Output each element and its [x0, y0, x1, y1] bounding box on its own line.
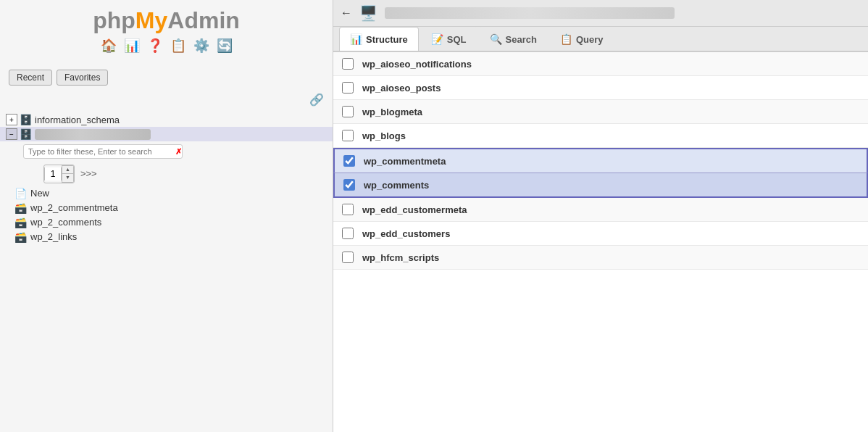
- logo-area: phpMyAdmin 🏠 📊 ❓ 📋 ⚙️ 🔄: [0, 0, 333, 67]
- sub-item-wp2-links[interactable]: 🗃️ wp_2_links: [0, 230, 333, 244]
- page-stepper-group: 1 ▲ ▼: [43, 165, 75, 183]
- stepper-down-button[interactable]: ▼: [62, 173, 74, 182]
- logo-admin: Admin: [167, 7, 240, 33]
- sql-tab-icon: 📝: [431, 33, 443, 45]
- filter-box-wrapper: ✗: [0, 141, 333, 162]
- tab-structure[interactable]: 📊 Structure: [339, 27, 419, 51]
- link-icon-row: 🔗: [0, 91, 333, 109]
- table-name-wp_commentmeta: wp_commentmeta: [364, 156, 446, 167]
- logo: phpMyAdmin: [12, 9, 321, 32]
- link-icon[interactable]: 🔗: [309, 93, 324, 107]
- table-icon-commentmeta: 🗃️: [14, 202, 27, 214]
- row-checkbox-wp_commentmeta[interactable]: [343, 155, 355, 167]
- tabs-row: 📊 Structure 📝 SQL 🔍 Search 📋 Query: [333, 27, 868, 52]
- table-icon-links: 🗃️: [14, 231, 27, 243]
- refresh-icon[interactable]: 🔄: [215, 36, 234, 55]
- db-tree: + 🗄️ information_schema − 🗄️ ███████████…: [0, 109, 333, 432]
- table-name-wp_aioseo_notifications: wp_aioseo_notifications: [362, 59, 472, 70]
- db-name-blurred: [385, 7, 675, 19]
- row-checkbox-wp_aioseo_notifications[interactable]: [342, 58, 354, 70]
- toggle-information-schema[interactable]: +: [6, 114, 17, 125]
- db-label-active: ████████████████: [35, 129, 151, 140]
- stepper-arrows: ▲ ▼: [62, 165, 74, 183]
- filter-input[interactable]: [23, 144, 183, 159]
- tree-item-active-db[interactable]: − 🗄️ ████████████████: [0, 127, 333, 141]
- row-checkbox-wp_edd_customers[interactable]: [342, 228, 354, 239]
- recent-button[interactable]: Recent: [9, 70, 52, 86]
- sub-item-wp2-comments[interactable]: 🗃️ wp_2_comments: [0, 215, 333, 230]
- sub-item-wp2-links-label: wp_2_links: [30, 231, 77, 242]
- page-number: 1: [44, 167, 62, 180]
- db-label-information-schema: information_schema: [35, 115, 120, 125]
- recent-favorites: Recent Favorites: [0, 67, 333, 91]
- sidebar: phpMyAdmin 🏠 📊 ❓ 📋 ⚙️ 🔄 Recent Favorites…: [0, 0, 333, 432]
- table-row[interactable]: wp_comments: [333, 173, 868, 198]
- row-checkbox-wp_hfcm_scripts[interactable]: [342, 252, 354, 263]
- tab-query-label: Query: [576, 34, 604, 45]
- tab-query[interactable]: 📋 Query: [549, 27, 614, 51]
- toggle-active-db[interactable]: −: [6, 128, 17, 140]
- table-row[interactable]: wp_edd_customermeta: [333, 198, 868, 222]
- sub-item-wp2-comments-label: wp_2_comments: [30, 217, 101, 228]
- table-row[interactable]: wp_aioseo_posts: [333, 76, 868, 100]
- db-icon-active: 🗄️: [20, 128, 32, 140]
- row-checkbox-wp_blogs[interactable]: [342, 130, 354, 141]
- query-tab-icon: 📋: [560, 33, 572, 45]
- tab-search[interactable]: 🔍 Search: [479, 27, 548, 51]
- table-row[interactable]: wp_blogs: [333, 124, 868, 148]
- table-row[interactable]: wp_blogmeta: [333, 100, 868, 124]
- top-bar: ← 🖥️: [333, 0, 868, 27]
- main-content: ← 🖥️ 📊 Structure 📝 SQL 🔍 Search 📋 Query …: [333, 0, 868, 432]
- filter-clear-button[interactable]: ✗: [175, 147, 182, 156]
- row-checkbox-wp_blogmeta[interactable]: [342, 106, 354, 117]
- logo-my: My: [135, 7, 167, 33]
- sub-item-new-label: New: [30, 188, 49, 199]
- db-icon-information-schema: 🗄️: [20, 114, 32, 125]
- monitor-icon: 🖥️: [359, 4, 377, 22]
- stepper-up-button[interactable]: ▲: [62, 165, 74, 173]
- table-row[interactable]: wp_hfcm_scripts: [333, 246, 868, 270]
- database-icon[interactable]: 📊: [122, 36, 141, 55]
- tree-item-information-schema[interactable]: + 🗄️ information_schema: [0, 112, 333, 127]
- search-tab-icon: 🔍: [490, 33, 502, 45]
- back-button[interactable]: ←: [341, 7, 352, 20]
- table-name-wp_edd_customermeta: wp_edd_customermeta: [362, 204, 467, 215]
- favorites-button[interactable]: Favorites: [57, 70, 108, 86]
- table-name-wp_hfcm_scripts: wp_hfcm_scripts: [362, 252, 439, 263]
- sub-item-new[interactable]: 📄 New: [0, 186, 333, 201]
- toolbar-icons: 🏠 📊 ❓ 📋 ⚙️ 🔄: [12, 32, 321, 61]
- table-row[interactable]: wp_commentmeta: [333, 148, 868, 173]
- row-checkbox-wp_edd_customermeta[interactable]: [342, 204, 354, 215]
- sub-item-wp2-commentmeta[interactable]: 🗃️ wp_2_commentmeta: [0, 201, 333, 215]
- row-checkbox-wp_comments[interactable]: [343, 179, 355, 191]
- copy-icon[interactable]: 📋: [169, 36, 188, 55]
- table-name-wp_edd_customers: wp_edd_customers: [362, 228, 450, 239]
- page-stepper: 1 ▲ ▼ >>>: [0, 162, 333, 186]
- new-icon: 📄: [14, 188, 27, 199]
- help-icon[interactable]: ❓: [146, 36, 164, 55]
- home-icon[interactable]: 🏠: [99, 36, 118, 55]
- structure-tab-icon: 📊: [350, 33, 362, 45]
- table-icon-comments: 🗃️: [14, 217, 27, 228]
- row-checkbox-wp_aioseo_posts[interactable]: [342, 82, 354, 94]
- tab-sql-label: SQL: [447, 34, 467, 45]
- settings-icon[interactable]: ⚙️: [192, 36, 211, 55]
- forward-button[interactable]: >>>: [80, 168, 97, 179]
- table-name-wp_blogmeta: wp_blogmeta: [362, 107, 422, 117]
- table-name-wp_aioseo_posts: wp_aioseo_posts: [362, 83, 441, 94]
- sub-item-wp2-commentmeta-label: wp_2_commentmeta: [30, 202, 118, 213]
- tab-search-label: Search: [506, 34, 537, 45]
- tab-structure-label: Structure: [366, 34, 408, 45]
- tab-sql[interactable]: 📝 SQL: [420, 27, 477, 51]
- table-list: wp_aioseo_notificationswp_aioseo_postswp…: [333, 52, 868, 432]
- table-name-wp_blogs: wp_blogs: [362, 130, 406, 141]
- table-row[interactable]: wp_edd_customers: [333, 222, 868, 246]
- logo-php: php: [93, 7, 135, 33]
- table-row[interactable]: wp_aioseo_notifications: [333, 52, 868, 76]
- table-name-wp_comments: wp_comments: [364, 180, 429, 191]
